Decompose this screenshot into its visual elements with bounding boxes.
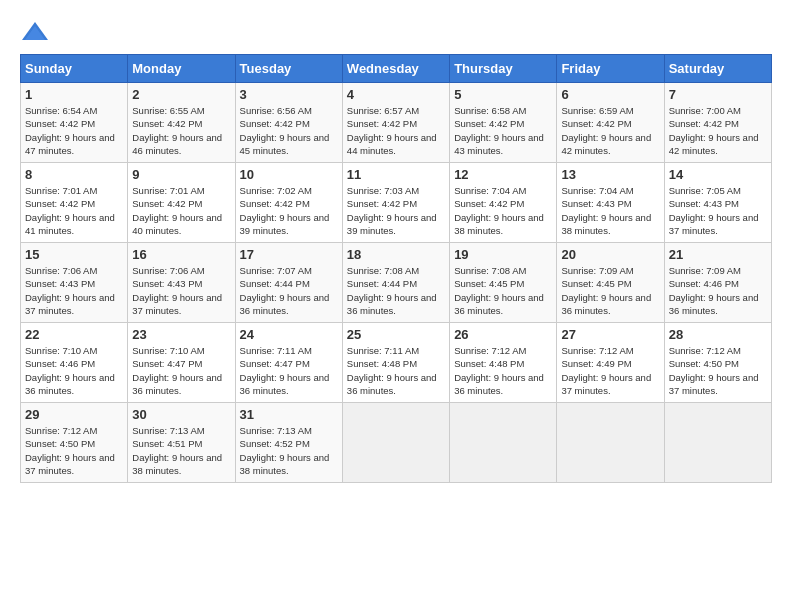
- calendar-cell: 17 Sunrise: 7:07 AMSunset: 4:44 PMDaylig…: [235, 243, 342, 323]
- day-info: Sunrise: 7:09 AMSunset: 4:45 PMDaylight:…: [561, 264, 659, 317]
- day-info: Sunrise: 7:04 AMSunset: 4:43 PMDaylight:…: [561, 184, 659, 237]
- day-number: 18: [347, 247, 445, 262]
- day-number: 10: [240, 167, 338, 182]
- day-info: Sunrise: 7:11 AMSunset: 4:47 PMDaylight:…: [240, 344, 338, 397]
- day-info: Sunrise: 7:11 AMSunset: 4:48 PMDaylight:…: [347, 344, 445, 397]
- calendar-cell: 14 Sunrise: 7:05 AMSunset: 4:43 PMDaylig…: [664, 163, 771, 243]
- calendar-cell: 10 Sunrise: 7:02 AMSunset: 4:42 PMDaylig…: [235, 163, 342, 243]
- calendar-week-row: 22 Sunrise: 7:10 AMSunset: 4:46 PMDaylig…: [21, 323, 772, 403]
- calendar-cell: 28 Sunrise: 7:12 AMSunset: 4:50 PMDaylig…: [664, 323, 771, 403]
- calendar-week-row: 8 Sunrise: 7:01 AMSunset: 4:42 PMDayligh…: [21, 163, 772, 243]
- day-info: Sunrise: 7:01 AMSunset: 4:42 PMDaylight:…: [25, 184, 123, 237]
- day-info: Sunrise: 7:06 AMSunset: 4:43 PMDaylight:…: [132, 264, 230, 317]
- day-info: Sunrise: 7:08 AMSunset: 4:45 PMDaylight:…: [454, 264, 552, 317]
- calendar-week-row: 15 Sunrise: 7:06 AMSunset: 4:43 PMDaylig…: [21, 243, 772, 323]
- calendar-cell: 22 Sunrise: 7:10 AMSunset: 4:46 PMDaylig…: [21, 323, 128, 403]
- day-info: Sunrise: 7:12 AMSunset: 4:50 PMDaylight:…: [669, 344, 767, 397]
- weekday-header: Sunday: [21, 55, 128, 83]
- calendar-cell: 11 Sunrise: 7:03 AMSunset: 4:42 PMDaylig…: [342, 163, 449, 243]
- day-info: Sunrise: 7:10 AMSunset: 4:46 PMDaylight:…: [25, 344, 123, 397]
- day-number: 15: [25, 247, 123, 262]
- calendar-table: SundayMondayTuesdayWednesdayThursdayFrid…: [20, 54, 772, 483]
- day-info: Sunrise: 7:13 AMSunset: 4:52 PMDaylight:…: [240, 424, 338, 477]
- page-header: [20, 20, 772, 44]
- day-info: Sunrise: 6:59 AMSunset: 4:42 PMDaylight:…: [561, 104, 659, 157]
- calendar-cell: 24 Sunrise: 7:11 AMSunset: 4:47 PMDaylig…: [235, 323, 342, 403]
- logo-icon: [20, 20, 50, 44]
- day-info: Sunrise: 7:12 AMSunset: 4:49 PMDaylight:…: [561, 344, 659, 397]
- day-number: 20: [561, 247, 659, 262]
- calendar-cell: 20 Sunrise: 7:09 AMSunset: 4:45 PMDaylig…: [557, 243, 664, 323]
- calendar-cell: 16 Sunrise: 7:06 AMSunset: 4:43 PMDaylig…: [128, 243, 235, 323]
- calendar-cell: 18 Sunrise: 7:08 AMSunset: 4:44 PMDaylig…: [342, 243, 449, 323]
- day-number: 6: [561, 87, 659, 102]
- day-info: Sunrise: 6:56 AMSunset: 4:42 PMDaylight:…: [240, 104, 338, 157]
- day-info: Sunrise: 7:10 AMSunset: 4:47 PMDaylight:…: [132, 344, 230, 397]
- calendar-header: SundayMondayTuesdayWednesdayThursdayFrid…: [21, 55, 772, 83]
- calendar-cell: 21 Sunrise: 7:09 AMSunset: 4:46 PMDaylig…: [664, 243, 771, 323]
- calendar-cell: [664, 403, 771, 483]
- calendar-cell: 7 Sunrise: 7:00 AMSunset: 4:42 PMDayligh…: [664, 83, 771, 163]
- calendar-cell: 1 Sunrise: 6:54 AMSunset: 4:42 PMDayligh…: [21, 83, 128, 163]
- day-info: Sunrise: 7:01 AMSunset: 4:42 PMDaylight:…: [132, 184, 230, 237]
- day-number: 11: [347, 167, 445, 182]
- calendar-cell: 5 Sunrise: 6:58 AMSunset: 4:42 PMDayligh…: [450, 83, 557, 163]
- day-info: Sunrise: 7:06 AMSunset: 4:43 PMDaylight:…: [25, 264, 123, 317]
- calendar-cell: 4 Sunrise: 6:57 AMSunset: 4:42 PMDayligh…: [342, 83, 449, 163]
- calendar-week-row: 1 Sunrise: 6:54 AMSunset: 4:42 PMDayligh…: [21, 83, 772, 163]
- day-info: Sunrise: 7:03 AMSunset: 4:42 PMDaylight:…: [347, 184, 445, 237]
- day-info: Sunrise: 7:04 AMSunset: 4:42 PMDaylight:…: [454, 184, 552, 237]
- calendar-cell: 15 Sunrise: 7:06 AMSunset: 4:43 PMDaylig…: [21, 243, 128, 323]
- day-number: 5: [454, 87, 552, 102]
- day-info: Sunrise: 6:55 AMSunset: 4:42 PMDaylight:…: [132, 104, 230, 157]
- calendar-cell: 12 Sunrise: 7:04 AMSunset: 4:42 PMDaylig…: [450, 163, 557, 243]
- day-info: Sunrise: 7:00 AMSunset: 4:42 PMDaylight:…: [669, 104, 767, 157]
- day-number: 14: [669, 167, 767, 182]
- calendar-cell: 3 Sunrise: 6:56 AMSunset: 4:42 PMDayligh…: [235, 83, 342, 163]
- day-number: 26: [454, 327, 552, 342]
- day-number: 1: [25, 87, 123, 102]
- calendar-cell: [557, 403, 664, 483]
- day-number: 13: [561, 167, 659, 182]
- weekday-header: Thursday: [450, 55, 557, 83]
- day-number: 4: [347, 87, 445, 102]
- day-number: 31: [240, 407, 338, 422]
- calendar-cell: 23 Sunrise: 7:10 AMSunset: 4:47 PMDaylig…: [128, 323, 235, 403]
- day-number: 9: [132, 167, 230, 182]
- day-number: 30: [132, 407, 230, 422]
- calendar-cell: 13 Sunrise: 7:04 AMSunset: 4:43 PMDaylig…: [557, 163, 664, 243]
- day-info: Sunrise: 7:05 AMSunset: 4:43 PMDaylight:…: [669, 184, 767, 237]
- weekday-header: Monday: [128, 55, 235, 83]
- day-number: 8: [25, 167, 123, 182]
- calendar-cell: 25 Sunrise: 7:11 AMSunset: 4:48 PMDaylig…: [342, 323, 449, 403]
- calendar-cell: 29 Sunrise: 7:12 AMSunset: 4:50 PMDaylig…: [21, 403, 128, 483]
- day-number: 12: [454, 167, 552, 182]
- day-info: Sunrise: 7:12 AMSunset: 4:48 PMDaylight:…: [454, 344, 552, 397]
- calendar-cell: 27 Sunrise: 7:12 AMSunset: 4:49 PMDaylig…: [557, 323, 664, 403]
- calendar-cell: 2 Sunrise: 6:55 AMSunset: 4:42 PMDayligh…: [128, 83, 235, 163]
- calendar-cell: [342, 403, 449, 483]
- day-number: 28: [669, 327, 767, 342]
- day-number: 19: [454, 247, 552, 262]
- day-info: Sunrise: 7:13 AMSunset: 4:51 PMDaylight:…: [132, 424, 230, 477]
- calendar-cell: 6 Sunrise: 6:59 AMSunset: 4:42 PMDayligh…: [557, 83, 664, 163]
- day-number: 17: [240, 247, 338, 262]
- day-info: Sunrise: 7:02 AMSunset: 4:42 PMDaylight:…: [240, 184, 338, 237]
- calendar-cell: 30 Sunrise: 7:13 AMSunset: 4:51 PMDaylig…: [128, 403, 235, 483]
- day-info: Sunrise: 7:08 AMSunset: 4:44 PMDaylight:…: [347, 264, 445, 317]
- weekday-header: Saturday: [664, 55, 771, 83]
- day-info: Sunrise: 6:58 AMSunset: 4:42 PMDaylight:…: [454, 104, 552, 157]
- calendar-cell: 26 Sunrise: 7:12 AMSunset: 4:48 PMDaylig…: [450, 323, 557, 403]
- day-number: 25: [347, 327, 445, 342]
- day-number: 3: [240, 87, 338, 102]
- calendar-cell: 9 Sunrise: 7:01 AMSunset: 4:42 PMDayligh…: [128, 163, 235, 243]
- day-number: 7: [669, 87, 767, 102]
- weekday-row: SundayMondayTuesdayWednesdayThursdayFrid…: [21, 55, 772, 83]
- calendar-body: 1 Sunrise: 6:54 AMSunset: 4:42 PMDayligh…: [21, 83, 772, 483]
- day-number: 16: [132, 247, 230, 262]
- calendar-cell: 31 Sunrise: 7:13 AMSunset: 4:52 PMDaylig…: [235, 403, 342, 483]
- day-number: 23: [132, 327, 230, 342]
- calendar-cell: 19 Sunrise: 7:08 AMSunset: 4:45 PMDaylig…: [450, 243, 557, 323]
- day-number: 24: [240, 327, 338, 342]
- day-number: 22: [25, 327, 123, 342]
